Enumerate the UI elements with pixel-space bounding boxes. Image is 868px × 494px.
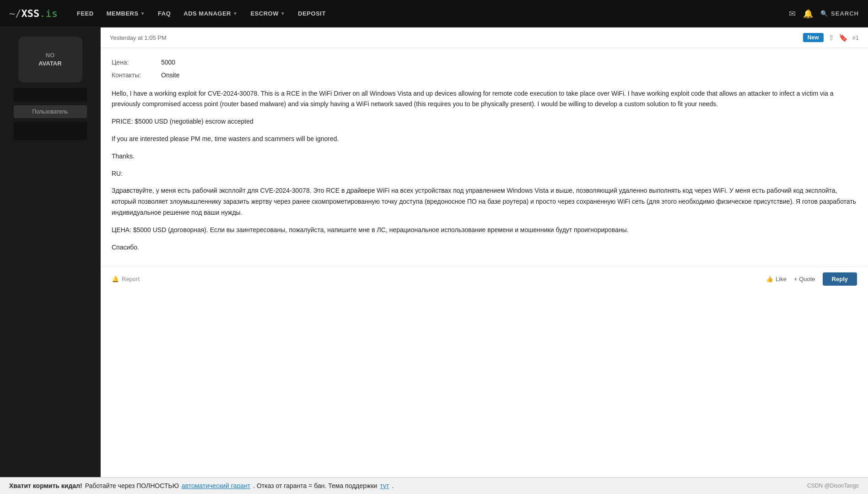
search-button[interactable]: 🔍 SEARCH [820,10,859,17]
post-number: #1 [852,34,859,41]
nav-deposit[interactable]: DEPOSIT [292,6,331,21]
navbar: ~/XSS.is FEED MEMBERS ▼ FAQ ADS MANAGER … [0,0,868,27]
like-icon: 👍 [766,276,773,282]
banner-bold: Хватит кормить кидал! [9,482,82,489]
body-ru-thanks: Спасибо. [112,242,857,253]
banner-text2: . Отказ от гаранта = бан. Тема поддержки [253,482,377,489]
post-footer: 🔔 Report 👍 Like + Quote Reply [101,266,868,291]
meta-price-row: Цена: 5000 [112,57,857,68]
bottom-banner: Хватит кормить кидал! Работайте через ПО… [0,477,868,494]
post-meta: Цена: 5000 Контакты: Onsite [112,57,857,81]
username-bar [14,88,87,102]
body-en-2: PRICE: $5000 USD (negotiable) escrow acc… [112,116,857,127]
reply-button[interactable]: Reply [823,272,857,286]
share-icon[interactable]: ⇧ [828,33,834,42]
ads-caret: ▼ [233,11,237,16]
post-header: Yesterday at 1:05 PM New ⇧ 🔖 #1 [101,27,868,48]
banner-text1: Работайте через ПОЛНОСТЬЮ [85,482,179,489]
price-value: 5000 [161,57,175,68]
body-en-3: If you are interested please PM me, time… [112,134,857,145]
escrow-caret: ▼ [280,11,285,16]
avatar: NO AVATAR [18,37,82,82]
post-date: Yesterday at 1:05 PM [110,34,167,41]
sidebar: NO AVATAR Пользователь [0,27,101,494]
nav-ads-manager[interactable]: ADS MANAGER ▼ [178,6,243,21]
body-en-4: Thanks. [112,151,857,162]
post-footer-right: 👍 Like + Quote Reply [766,272,857,286]
body-en-1: Hello, I have a working exploit for CVE-… [112,88,857,110]
user-extra [14,122,87,140]
members-caret: ▼ [140,11,145,16]
banner-link-garant[interactable]: автоматический гарант [182,482,250,489]
post-body: Цена: 5000 Контакты: Onsite Hello, I hav… [101,48,868,262]
nav-items: FEED MEMBERS ▼ FAQ ADS MANAGER ▼ ESCROW … [71,6,789,21]
avatar-no-text: NO [38,51,61,60]
report-button[interactable]: 🔔 Report [112,276,140,282]
footer-credit: CSDN @DisonTango [807,483,859,489]
meta-contacts-row: Контакты: Onsite [112,70,857,81]
page-container: NO AVATAR Пользователь Yesterday at 1:05… [0,27,868,494]
post-text: Hello, I have a working exploit for CVE-… [112,88,857,253]
user-info: Пользователь [5,88,96,140]
bookmark-icon[interactable]: 🔖 [839,33,848,42]
report-icon: 🔔 [112,276,119,282]
post-actions-top: New ⇧ 🔖 #1 [803,33,859,42]
contacts-label: Контакты: [112,70,157,81]
nav-faq[interactable]: FAQ [152,6,176,21]
site-logo[interactable]: ~/XSS.is [9,8,58,19]
banner-text3: . [392,482,394,489]
body-ru: Здравствуйте, у меня есть рабочий экспло… [112,185,857,218]
banner-link-tut[interactable]: тут [380,482,389,489]
mail-icon[interactable]: ✉ [789,9,796,19]
nav-feed[interactable]: FEED [71,6,99,21]
nav-escrow[interactable]: ESCROW ▼ [245,6,291,21]
search-icon: 🔍 [820,10,828,17]
nav-members[interactable]: MEMBERS ▼ [101,6,151,21]
new-badge: New [803,33,824,42]
price-label: Цена: [112,57,157,68]
logo-is: .is [39,8,58,19]
body-ru-header: RU: [112,168,857,179]
contacts-value: Onsite [161,70,179,81]
quote-button[interactable]: + Quote [794,276,815,282]
logo-xss: XSS [22,8,40,19]
body-ru-price: ЦЕНА: $5000 USD (договорная). Если вы за… [112,225,857,236]
nav-right: ✉ 🔔 🔍 SEARCH [789,9,859,19]
like-button[interactable]: 👍 Like [766,276,787,282]
logo-tilde: ~/ [9,8,22,19]
user-role: Пользователь [14,105,87,118]
bell-icon[interactable]: 🔔 [803,9,813,19]
post-content: Yesterday at 1:05 PM New ⇧ 🔖 #1 Цена: 50… [101,27,868,494]
avatar-label: AVATAR [38,60,61,68]
